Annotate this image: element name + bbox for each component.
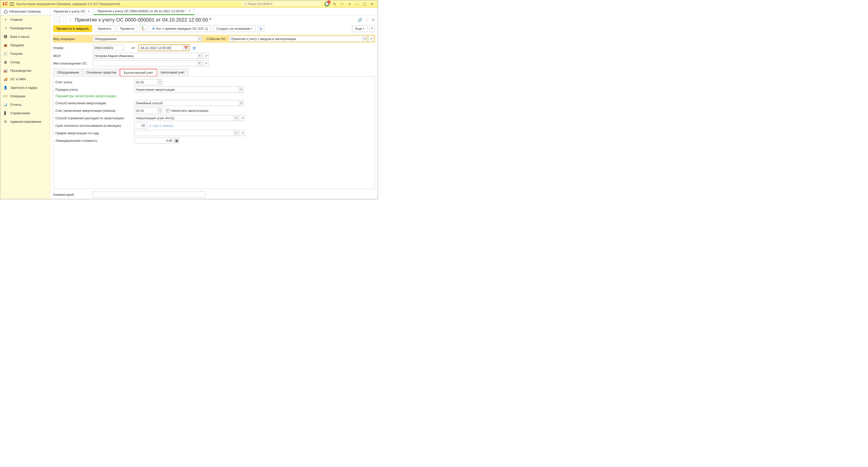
dep-account-field[interactable]: 02.01 xyxy=(134,108,158,114)
comment-field[interactable] xyxy=(93,192,205,198)
label-reflect: Способ отражения расходов по амортизации… xyxy=(56,116,134,120)
menu-icon[interactable]: ≡ xyxy=(347,1,352,7)
date-field[interactable]: 04.10.2022 12:00:00 xyxy=(139,45,183,51)
order-field[interactable]: Начисление амортизации xyxy=(134,87,239,92)
tab-content: Счет учета: 01.01 ▼ Порядок учета: Начис… xyxy=(53,76,375,189)
close-tab-icon[interactable]: ✕ xyxy=(88,10,90,13)
location-field[interactable] xyxy=(93,60,198,66)
inner-tabs: Оборудование Основные средства Бухгалтер… xyxy=(53,69,375,77)
close-page-icon[interactable]: ✕ xyxy=(372,18,375,22)
open-ref-icon[interactable]: ↗ xyxy=(368,36,374,42)
app-title: Бухгалтерия предприятия (базовая), редак… xyxy=(17,2,120,6)
calendar-icon[interactable]: 📅 xyxy=(183,45,189,51)
sidebar-item-sales[interactable]: 👜Продажи xyxy=(0,41,50,49)
itab-tax[interactable]: Налоговый учет xyxy=(157,69,188,77)
create-based-button[interactable]: Создать на основании▾ xyxy=(213,25,256,32)
navigation-sidebar: ≡Главное ↗Руководителю ₽Банк и касса 👜Пр… xyxy=(0,15,50,199)
dropdown-icon[interactable]: ▼ xyxy=(158,108,162,114)
useful-field[interactable]: 25 xyxy=(134,122,147,128)
itab-fixed-assets[interactable]: Основные средства xyxy=(83,69,120,77)
sidebar-item-manager[interactable]: ↗Руководителю xyxy=(0,24,50,32)
open-ref-icon[interactable]: ↗ xyxy=(203,60,209,66)
dropdown-icon[interactable]: ▼ xyxy=(363,36,367,42)
maximize-icon[interactable]: ▢ xyxy=(362,1,367,7)
tab-current-document[interactable]: Принятие к учету ОС 0000-000001 от 04.10… xyxy=(94,8,194,15)
sidebar-item-admin[interactable]: ⚙Администрирование xyxy=(0,117,50,126)
dropdown-icon[interactable]: ▼ xyxy=(198,60,202,66)
label-mol: МОЛ: xyxy=(53,54,93,58)
label-from: от: xyxy=(131,46,136,50)
close-window-icon[interactable]: ✕ xyxy=(369,1,375,7)
mol-field[interactable]: Петрова Мария Ивановна xyxy=(93,53,198,59)
favorite-icon[interactable]: ☆ xyxy=(339,1,345,7)
help-button[interactable]: ? xyxy=(370,25,375,32)
dropdown-icon[interactable]: ▼ xyxy=(234,130,239,136)
sidebar-item-assets[interactable]: 🚚ОС и НМА xyxy=(0,75,50,83)
amortize-checkbox[interactable]: ✔ xyxy=(166,109,169,113)
write-button[interactable]: Записать xyxy=(94,25,115,32)
section-amortization-params: Параметры начисления амортизации xyxy=(56,94,373,98)
sidebar-item-warehouse[interactable]: ▦Склад xyxy=(0,58,50,66)
sidebar-item-reports[interactable]: 📊Отчеты xyxy=(0,100,50,109)
favorite-star-icon[interactable]: ☆ xyxy=(68,17,73,23)
dtkt-button[interactable]: ДтКт xyxy=(140,25,147,32)
more-button[interactable]: Еще▾ xyxy=(352,25,367,32)
nav-forward-button[interactable]: → xyxy=(60,17,66,23)
sidebar-item-main[interactable]: ≡Главное xyxy=(0,15,50,24)
dtkt-icon: ДтКт xyxy=(3,94,8,98)
label-liquid: Ликвидационная стоимость: xyxy=(56,139,134,143)
post-and-close-button[interactable]: Провести и закрыть xyxy=(53,25,92,32)
open-ref-icon[interactable]: ↗ xyxy=(240,115,245,121)
tab-home[interactable]: Начальная страница xyxy=(0,8,50,15)
hamburger-icon[interactable] xyxy=(9,2,14,6)
sidebar-item-operations[interactable]: ДтКтОперации xyxy=(0,92,50,100)
kebab-icon[interactable]: ⋮ xyxy=(365,18,369,22)
itab-accounting[interactable]: Бухгалтерский учет xyxy=(120,69,157,77)
search-input[interactable] xyxy=(248,2,319,6)
svg-text:₽: ₽ xyxy=(5,35,6,38)
main-content: ← → ☆ Принятие к учету ОС 0000-000001 от… xyxy=(50,15,378,199)
open-ref-icon[interactable]: ↗ xyxy=(203,53,209,59)
minimize-icon[interactable]: — xyxy=(354,1,360,7)
tab-os-list[interactable]: Принятие к учету ОС ✕ xyxy=(50,8,94,15)
link-icon[interactable]: 🔗 xyxy=(358,18,363,22)
liquid-field[interactable]: 0,00 xyxy=(134,138,174,144)
schedule-field[interactable] xyxy=(134,130,234,136)
global-search[interactable] xyxy=(241,1,321,6)
post-button[interactable]: Провести xyxy=(117,25,138,32)
account-field[interactable]: 01.01 xyxy=(134,79,158,85)
itab-equipment[interactable]: Оборудование xyxy=(53,69,83,77)
calculator-icon[interactable]: ▦ xyxy=(174,138,179,143)
print-act-button[interactable]: 🖶Акт о приеме-передаче ОС (ОС-1) xyxy=(149,25,211,32)
note-icon[interactable]: ▦ xyxy=(193,46,196,50)
comment-row: Комментарий: xyxy=(50,190,378,199)
dropdown-icon[interactable]: ▼ xyxy=(239,100,244,106)
notifications-icon[interactable]: 💬 2 xyxy=(324,1,330,7)
useful-hint[interactable]: (2 года 1 месяц) xyxy=(149,124,173,127)
dropdown-icon[interactable]: ▼ xyxy=(198,53,202,59)
close-tab-icon[interactable]: ✕ xyxy=(188,9,191,13)
dropdown-icon[interactable]: ▼ xyxy=(234,115,239,121)
sidebar-item-payroll[interactable]: 👤Зарплата и кадры xyxy=(0,83,50,92)
open-ref-icon[interactable]: ↗ xyxy=(240,130,245,136)
dropdown-icon[interactable]: ▼ xyxy=(198,36,202,42)
home-icon xyxy=(4,9,8,13)
history-icon[interactable]: ↻ xyxy=(332,1,337,7)
label-order: Порядок учета: xyxy=(56,88,134,91)
nav-back-button[interactable]: ← xyxy=(53,17,59,23)
sidebar-item-catalogs[interactable]: ▋Справочники xyxy=(0,109,50,117)
number-field[interactable]: 0000-000001 xyxy=(93,45,124,51)
search-icon xyxy=(244,2,247,5)
dropdown-icon[interactable]: ▼ xyxy=(158,79,162,85)
sidebar-item-production[interactable]: 🏭Производство xyxy=(0,66,50,75)
structure-button[interactable]: 🖧 xyxy=(257,26,265,32)
title-bar: 1C Бухгалтерия предприятия (базовая), ре… xyxy=(0,0,378,8)
chart-icon: 📊 xyxy=(3,102,8,107)
sidebar-item-purchases[interactable]: 🛒Покупки xyxy=(0,49,50,58)
operation-type-field[interactable]: Оборудование xyxy=(93,36,198,42)
reflect-field[interactable]: Амортизация (счет 44.01) xyxy=(134,115,234,121)
dropdown-icon[interactable]: ▼ xyxy=(239,87,244,92)
event-field[interactable]: Принятие к учету с вводом в эксплуатацию xyxy=(229,36,363,42)
sidebar-item-bank[interactable]: ₽Банк и касса xyxy=(0,32,50,41)
method-field[interactable]: Линейный способ xyxy=(134,100,239,106)
